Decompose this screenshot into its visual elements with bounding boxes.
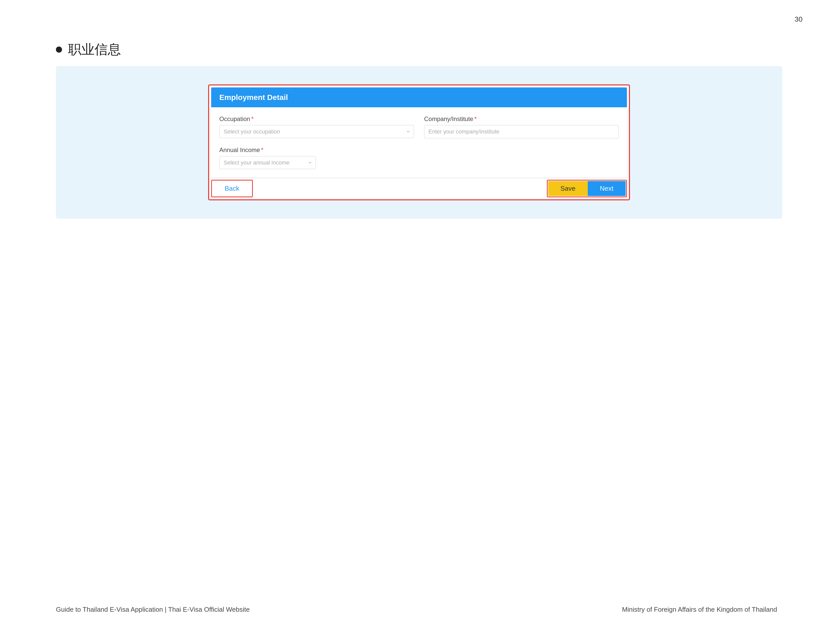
required-star-company: * xyxy=(474,116,476,122)
buttons-area: Back Save Next xyxy=(211,177,627,197)
form-row-2: Annual Income* Select your annual income xyxy=(219,147,619,169)
form-row-1: Occupation* Select your occupation Compa… xyxy=(219,116,619,138)
required-star-income: * xyxy=(261,147,263,153)
outer-border-box: Employment Detail Occupation* Select you… xyxy=(208,84,630,200)
content-area: Employment Detail Occupation* Select you… xyxy=(56,66,782,219)
occupation-group: Occupation* Select your occupation xyxy=(219,116,414,138)
occupation-label: Occupation* xyxy=(219,116,414,122)
employment-detail-card: Employment Detail Occupation* Select you… xyxy=(211,87,627,177)
annual-income-label: Annual Income* xyxy=(219,147,316,154)
required-star-occupation: * xyxy=(251,116,253,122)
page-number: 30 xyxy=(794,15,802,23)
company-label: Company/Institute* xyxy=(424,116,619,122)
footer-left-text: Guide to Thailand E-Visa Application | T… xyxy=(56,605,250,613)
back-button-wrapper: Back xyxy=(211,180,253,197)
card-header: Employment Detail xyxy=(211,87,627,107)
section-title: 职业信息 xyxy=(56,41,121,58)
company-group: Company/Institute* xyxy=(424,116,619,138)
annual-income-group: Annual Income* Select your annual income xyxy=(219,147,316,169)
footer-right-text: Ministry of Foreign Affairs of the Kingd… xyxy=(622,605,777,613)
save-button[interactable]: Save xyxy=(548,181,587,196)
occupation-select[interactable]: Select your occupation xyxy=(219,125,414,138)
bullet-icon xyxy=(56,47,62,53)
save-next-group: Save Next xyxy=(547,180,627,197)
annual-income-select[interactable]: Select your annual income xyxy=(219,156,316,169)
section-label: 职业信息 xyxy=(68,41,121,58)
company-input[interactable] xyxy=(424,125,619,138)
footer: Guide to Thailand E-Visa Application | T… xyxy=(0,605,833,613)
card-title: Employment Detail xyxy=(219,93,288,101)
back-button[interactable]: Back xyxy=(212,181,252,196)
next-button[interactable]: Next xyxy=(588,181,626,196)
card-body: Occupation* Select your occupation Compa… xyxy=(211,107,627,177)
